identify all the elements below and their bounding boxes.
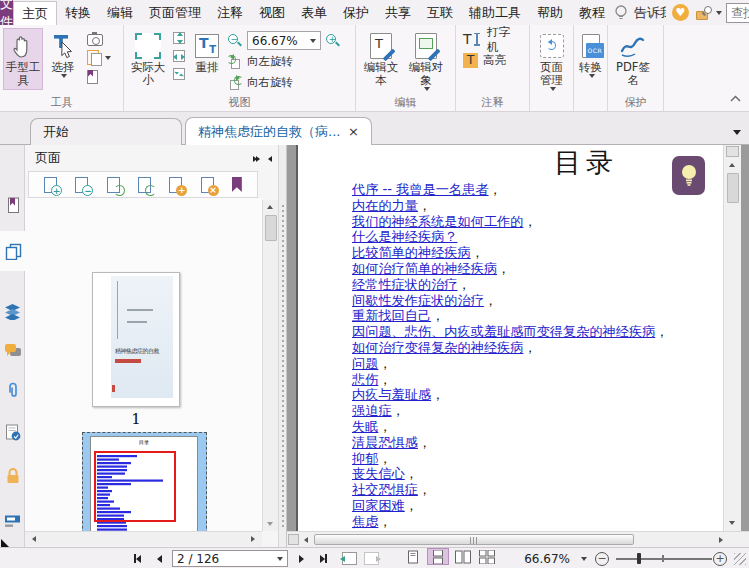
layout-facing-button[interactable] bbox=[452, 548, 474, 565]
rotate-left-button[interactable]: 向左旋转 bbox=[227, 52, 341, 71]
fit-visible-icon[interactable] bbox=[173, 68, 185, 80]
toc-link[interactable]: 如何治疗简单的神经疾病 bbox=[352, 261, 497, 276]
sidebar-item-fields[interactable] bbox=[0, 505, 25, 537]
reflow-button[interactable]: 重排 bbox=[187, 28, 227, 77]
menu-tab-convert[interactable]: 转换 bbox=[57, 0, 99, 25]
doc-scroll-thumb[interactable] bbox=[727, 173, 739, 203]
first-page-button[interactable] bbox=[128, 548, 146, 568]
page-rotate-left-button[interactable] bbox=[107, 177, 120, 193]
split-view-handle[interactable] bbox=[726, 146, 739, 157]
thumbnail-page-2-selected[interactable]: 目录 bbox=[82, 432, 207, 531]
typewriter-button[interactable]: 打字机 bbox=[459, 28, 526, 49]
thumbnail-page-1[interactable]: 精神焦虑症的自救 bbox=[92, 272, 180, 407]
panel-collapse-icon[interactable] bbox=[268, 151, 272, 166]
menu-tab-protect[interactable]: 保护 bbox=[335, 0, 377, 25]
tab-close-icon[interactable]: × bbox=[348, 124, 359, 139]
sidebar-item-signatures[interactable] bbox=[0, 417, 25, 449]
find-input[interactable] bbox=[727, 6, 749, 20]
last-page-button[interactable] bbox=[314, 548, 332, 568]
sidebar-item-attachments[interactable] bbox=[0, 375, 25, 407]
pdf-sign-button[interactable]: PDF签名 bbox=[611, 28, 655, 90]
thumb-scroll-up-icon[interactable] bbox=[264, 201, 276, 213]
tab-start[interactable]: 开始 bbox=[30, 118, 182, 145]
edit-text-button[interactable]: 编辑文本 bbox=[359, 28, 403, 90]
menu-tab-home[interactable]: 主页 bbox=[13, 1, 57, 25]
doc-scroll-down-icon[interactable] bbox=[726, 517, 738, 529]
convert-button[interactable]: 转换 bbox=[577, 28, 604, 81]
toc-link[interactable]: 悲伤 bbox=[352, 372, 378, 387]
snapshot-button[interactable] bbox=[87, 31, 103, 46]
clipboard-button[interactable] bbox=[87, 50, 111, 65]
thumb-scroll-thumb[interactable] bbox=[265, 215, 277, 241]
toc-link[interactable]: 强迫症 bbox=[352, 403, 392, 418]
toc-link[interactable]: 如何治疗变得复杂的神经疾病 bbox=[352, 340, 523, 355]
sidebar-item-bookmarks[interactable] bbox=[0, 189, 25, 221]
rotate-right-button[interactable]: 向右旋转 bbox=[227, 73, 341, 92]
tip-bulb-button[interactable] bbox=[672, 156, 705, 195]
page-rotate-right-button[interactable] bbox=[138, 177, 151, 193]
thumbnails-vertical-scrollbar[interactable] bbox=[262, 200, 278, 531]
zoom-in-button[interactable]: + bbox=[712, 548, 728, 568]
hsplit-handle[interactable] bbox=[288, 534, 299, 545]
thumb-bookmark-icon[interactable] bbox=[232, 177, 242, 192]
toc-link[interactable]: 什么是神经疾病？ bbox=[352, 229, 458, 244]
menu-tab-view[interactable]: 视图 bbox=[251, 0, 293, 25]
hand-tool-button[interactable]: 手型工具 bbox=[3, 28, 43, 90]
tell-me-label[interactable]: 告诉我 bbox=[634, 4, 666, 22]
layout-continuous-button[interactable] bbox=[427, 548, 449, 565]
toc-link[interactable]: 比较简单的神经疾病 bbox=[352, 245, 471, 260]
doc-scroll-up-icon[interactable] bbox=[726, 159, 738, 171]
layout-continuous-facing-button[interactable] bbox=[476, 548, 498, 565]
page-insert-button[interactable]: + bbox=[169, 177, 182, 193]
page-delete-button[interactable]: × bbox=[201, 177, 214, 193]
toc-link[interactable]: 经常性症状的治疗 bbox=[352, 277, 458, 292]
toc-link[interactable]: 问题 bbox=[352, 356, 378, 371]
zoom-combobox[interactable]: 66.67% bbox=[247, 31, 321, 50]
search-scope-caret-icon[interactable] bbox=[716, 11, 722, 15]
statusbar-zoom-caret-icon[interactable] bbox=[578, 548, 590, 568]
document-vertical-scrollbar[interactable] bbox=[723, 145, 741, 531]
thumb-scroll-left-icon[interactable] bbox=[28, 533, 40, 545]
menu-tab-comment[interactable]: 注释 bbox=[209, 0, 251, 25]
view-area-rect[interactable] bbox=[94, 451, 176, 522]
doc-scroll-left-icon[interactable] bbox=[300, 534, 312, 546]
assistant-bulb-icon[interactable] bbox=[613, 3, 629, 23]
toc-link[interactable]: 焦虑 bbox=[352, 514, 378, 529]
doc-scroll-right-icon[interactable] bbox=[715, 534, 727, 546]
thumb-scroll-right-icon[interactable] bbox=[247, 533, 259, 545]
select-button[interactable]: 选择 bbox=[43, 28, 83, 81]
fit-width-icon[interactable] bbox=[173, 50, 185, 62]
zoom-slider-thumb[interactable] bbox=[637, 553, 641, 564]
toc-link[interactable]: 清晨恐惧感 bbox=[352, 435, 418, 450]
heart-icon[interactable]: ♥ bbox=[672, 4, 689, 21]
toc-link[interactable]: 我们的神经系统是如何工作的 bbox=[352, 214, 523, 229]
resize-grip[interactable] bbox=[733, 548, 746, 568]
toc-link[interactable]: 失眠 bbox=[352, 419, 378, 434]
menu-tab-connect[interactable]: 互联 bbox=[419, 0, 461, 25]
panel-expand-icon[interactable] bbox=[253, 151, 260, 166]
toc-link[interactable]: 内疚与羞耻感 bbox=[352, 387, 431, 402]
menu-tab-tutorial[interactable]: 教程 bbox=[571, 0, 613, 25]
toc-link[interactable]: 因问题、悲伤、内疚或羞耻感而变得复杂的神经疾病 bbox=[352, 324, 655, 339]
highlight-button[interactable]: 高亮 bbox=[459, 49, 512, 70]
sidebar-item-security[interactable] bbox=[0, 459, 25, 491]
actual-size-button[interactable]: 实际大小 bbox=[127, 28, 169, 90]
menu-tab-organize[interactable]: 页面管理 bbox=[141, 0, 209, 25]
bookmark-page-button[interactable] bbox=[87, 69, 98, 84]
menu-tab-form[interactable]: 表单 bbox=[293, 0, 335, 25]
zoom-slider-track[interactable] bbox=[616, 558, 712, 560]
toc-link[interactable]: 间歇性发作症状的治疗 bbox=[352, 293, 484, 308]
menu-tab-help[interactable]: 帮助 bbox=[529, 0, 571, 25]
zoom-out-button[interactable]: − bbox=[594, 548, 610, 568]
document-page[interactable]: 目录 代序 -- 我曾是一名患者， 内在的力量， 我们的神经系统是如何工作的， … bbox=[296, 145, 723, 531]
document-horizontal-scrollbar[interactable] bbox=[287, 531, 749, 547]
next-view-button[interactable] bbox=[362, 548, 380, 568]
page-number-combo[interactable]: 2 / 126 bbox=[172, 550, 288, 567]
next-page-button[interactable] bbox=[294, 548, 308, 568]
tab-list-icon[interactable] bbox=[733, 124, 741, 139]
thumb-scroll-down-icon[interactable] bbox=[264, 518, 276, 530]
previous-view-button[interactable] bbox=[340, 548, 358, 568]
ribbon-collapse-icon[interactable] bbox=[730, 90, 741, 105]
sidebar-item-layers[interactable] bbox=[0, 295, 25, 327]
toc-link[interactable]: 内在的力量 bbox=[352, 198, 418, 213]
